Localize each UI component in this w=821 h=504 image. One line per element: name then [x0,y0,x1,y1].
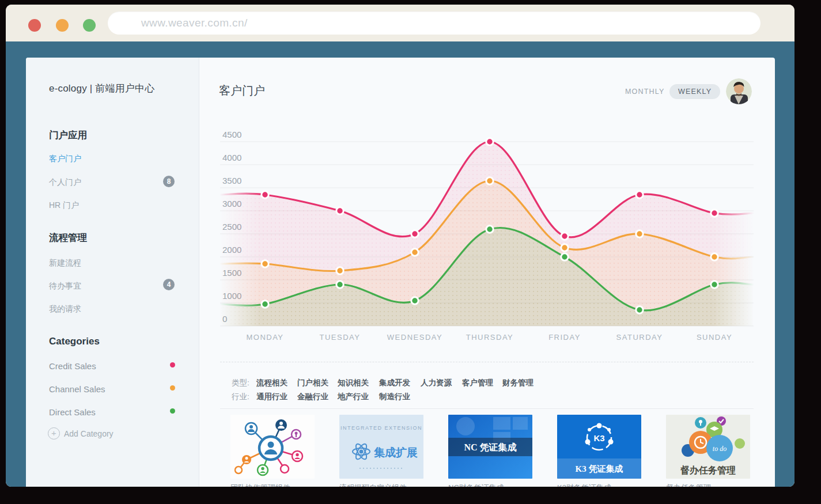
avatar-image [726,78,752,104]
svg-text:1500: 1500 [222,268,241,278]
svg-text:4500: 4500 [222,130,241,139]
svg-text:2500: 2500 [222,222,241,232]
add-category-button[interactable]: Add Category [64,429,113,438]
task-supervision-image: to do 督办任务管理 [666,415,750,479]
svg-text:2000: 2000 [222,245,241,255]
card-banner-text: K3 凭证集成 [576,464,623,473]
filter-type-hr[interactable]: 人力资源 [421,378,452,388]
nc-voucher-image: NC 凭证集成 [448,415,532,479]
card-caption: 团队协作管理组件 [230,483,315,487]
card-header-text: INTEGRATED EXTENSION [340,425,422,431]
k3-voucher-image: K3 K3 凭证集成 [557,415,641,479]
svg-text:WEDNESDAY: WEDNESDAY [387,333,442,342]
app-card-integrated-extension[interactable]: INTEGRATED EXTENSION 集成扩展 流程提醒自定义组件 [339,415,423,487]
desktop-background: www.weaver.com.cn/ e-cology | 前端用户中心 门户应… [0,0,821,504]
credit-sales-dot [170,362,175,367]
card-bubble-text: to do [713,445,727,453]
svg-text:3500: 3500 [222,176,241,185]
filter-type-crm[interactable]: 客户管理 [462,378,493,388]
filter-type-finance[interactable]: 财务管理 [502,378,534,388]
svg-text:THURSDAY: THURSDAY [466,333,514,342]
divider-solid [220,408,754,409]
card-banner-text: NC 凭证集成 [464,442,516,452]
sidebar-section-categories: Categories [49,336,100,347]
app-card-nc-voucher[interactable]: NC 凭证集成 NC财务凭证集成 [448,415,532,487]
sidebar-item-my-requests[interactable]: 我的请求 [49,304,81,314]
filter-type-label: 类型: [232,378,249,388]
sidebar-item-new-workflow[interactable]: 新建流程 [49,258,81,268]
browser-viewport: e-cology | 前端用户中心 门户应用 客户门户 个人门户 8 HR 门户… [6,41,794,487]
filter-industry-realestate[interactable]: 地产行业 [338,392,369,402]
filter-type-workflow[interactable]: 流程相关 [256,378,287,388]
sidebar-item-hr-portal[interactable]: HR 门户 [49,200,79,211]
svg-text:1000: 1000 [222,291,241,301]
svg-text:4000: 4000 [222,153,241,162]
sidebar-section-workflow: 流程管理 [49,232,87,244]
card-caption: NC财务凭证集成 [448,483,532,487]
sidebar-section-portal-apps: 门户应用 [49,129,87,142]
url-text: www.weaver.com.cn/ [108,12,761,35]
svg-text:3000: 3000 [222,199,241,209]
app-card-task-supervision[interactable]: to do 督办任务管理 督办任务管理 [666,415,750,487]
filter-industry-finance[interactable]: 金融行业 [297,392,328,402]
tab-monthly[interactable]: MONTHLY [625,88,665,96]
svg-text:SUNDAY: SUNDAY [697,333,732,342]
browser-toolbar: www.weaver.com.cn/ [6,5,794,41]
sidebar: e-cology | 前端用户中心 门户应用 客户门户 个人门户 8 HR 门户… [26,58,199,487]
card-caption: 督办任务管理 [666,483,750,487]
filter-industry-general[interactable]: 通用行业 [256,392,287,402]
divider-dashed [220,362,754,362]
user-avatar[interactable] [726,78,752,104]
url-bar[interactable]: www.weaver.com.cn/ [108,12,761,35]
minimize-button[interactable] [56,19,69,32]
filter-industry-manufacturing[interactable]: 制造行业 [379,392,410,402]
direct-sales-dot [170,408,175,414]
sidebar-item-todo[interactable]: 待办事宜 [49,281,81,291]
svg-text:MONDAY: MONDAY [246,333,283,342]
channel-sales-dot [170,385,175,391]
zoom-button[interactable] [83,19,96,32]
app-card-collaboration[interactable]: 团队协作管理组件 [230,415,315,487]
card-title-text: 集成扩展 [373,446,418,458]
page-title: 客户门户 [219,83,265,98]
personal-portal-badge: 8 [163,176,175,187]
app-brand: e-cology | 前端用户中心 [49,82,155,95]
sidebar-item-customer-portal[interactable]: 客户门户 [49,154,81,164]
integrated-extension-image: INTEGRATED EXTENSION 集成扩展 [339,415,423,479]
sidebar-item-direct-sales[interactable]: Direct Sales [49,407,96,417]
sidebar-item-credit-sales[interactable]: Credit Sales [49,361,96,371]
card-caption: K3财务凭证集成 [557,483,641,487]
sidebar-item-personal-portal[interactable]: 个人门户 [49,177,81,188]
collaboration-network-image [230,415,315,479]
card-logo-text: K3 [593,433,604,443]
svg-text:FRIDAY: FRIDAY [548,333,581,342]
close-button[interactable] [28,19,41,32]
filter-type-integration[interactable]: 集成开发 [379,378,410,388]
svg-text:TUESDAY: TUESDAY [320,333,361,342]
app-panel: e-cology | 前端用户中心 门户应用 客户门户 个人门户 8 HR 门户… [26,58,775,487]
card-title-text: 督办任务管理 [680,465,736,475]
sidebar-item-channel-sales[interactable]: Channel Sales [49,384,105,394]
app-card-k3-voucher[interactable]: K3 K3 凭证集成 K3财务凭证集成 [557,415,641,487]
filter-industry-label: 行业: [232,392,249,402]
browser-window: www.weaver.com.cn/ e-cology | 前端用户中心 门户应… [6,5,794,487]
tab-weekly[interactable]: WEEKLY [669,84,720,99]
filter-type-knowledge[interactable]: 知识相关 [338,378,369,388]
todo-badge: 4 [163,279,175,290]
filter-type-portal[interactable]: 门户相关 [297,378,328,388]
add-icon[interactable]: + [48,427,60,439]
svg-text:SATURDAY: SATURDAY [616,333,663,342]
card-caption: 流程提醒自定义组件 [339,483,423,487]
svg-text:0: 0 [222,314,227,324]
